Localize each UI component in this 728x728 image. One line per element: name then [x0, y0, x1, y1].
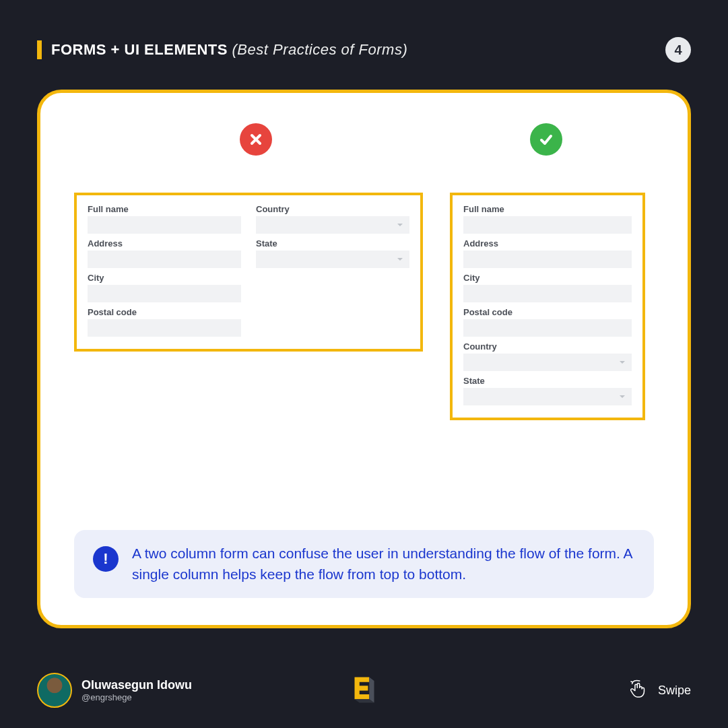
header-left: FORMS + UI ELEMENTS (Best Practices of F… — [37, 40, 407, 59]
avatar — [37, 673, 72, 708]
note-text: A two column form can confuse the user i… — [132, 543, 635, 585]
select-input[interactable] — [463, 388, 632, 405]
svg-marker-1 — [369, 677, 374, 703]
swipe-label: Swipe — [658, 684, 691, 698]
field-label: Full name — [88, 205, 241, 215]
status-row — [74, 123, 654, 156]
text-input[interactable] — [463, 251, 632, 268]
field-group: State — [463, 376, 632, 405]
form-good: Full nameAddressCityPostal codeCountrySt… — [450, 193, 645, 420]
title-main: FORMS + UI ELEMENTS — [51, 41, 228, 58]
select-input[interactable] — [463, 354, 632, 371]
title-sub: (Best Practices of Forms) — [232, 41, 408, 58]
field-group: City — [88, 273, 241, 302]
text-input[interactable] — [88, 319, 241, 337]
content-card: Full nameAddressCityPostal code CountryS… — [37, 90, 691, 628]
field-label: State — [463, 376, 632, 387]
text-input[interactable] — [463, 319, 632, 337]
info-icon: ! — [93, 546, 119, 572]
field-group: City — [463, 273, 632, 302]
field-label: Address — [463, 239, 632, 249]
header: FORMS + UI ELEMENTS (Best Practices of F… — [0, 0, 728, 63]
info-note: ! A two column form can confuse the user… — [74, 530, 654, 598]
swipe-hint[interactable]: Swipe — [627, 677, 691, 704]
field-group: Country — [256, 205, 409, 234]
text-input[interactable] — [88, 285, 241, 302]
field-label: Country — [256, 205, 409, 215]
logo-icon — [345, 667, 384, 709]
accent-bar — [37, 40, 42, 59]
field-group: Postal code — [463, 308, 632, 337]
field-group: Country — [463, 342, 632, 371]
field-label: State — [256, 239, 409, 249]
field-label: Address — [88, 239, 241, 249]
field-group: Address — [88, 239, 241, 268]
page-number: 4 — [674, 42, 682, 58]
field-group: Postal code — [88, 308, 241, 337]
text-input[interactable] — [463, 216, 632, 234]
field-label: Country — [463, 342, 632, 352]
forms-row: Full nameAddressCityPostal code CountryS… — [74, 193, 654, 420]
select-input[interactable] — [256, 216, 409, 234]
field-label: Full name — [463, 205, 632, 215]
form-bad: Full nameAddressCityPostal code CountryS… — [74, 193, 423, 352]
field-group: Full name — [463, 205, 632, 234]
field-group: State — [256, 239, 409, 268]
field-group: Address — [463, 239, 632, 268]
field-label: Postal code — [88, 308, 241, 318]
field-label: City — [463, 273, 632, 284]
select-input[interactable] — [256, 251, 409, 268]
text-input[interactable] — [88, 251, 241, 268]
author-name: Oluwasegun Idowu — [81, 678, 192, 692]
svg-marker-0 — [354, 677, 369, 700]
author-handle: @engrshege — [81, 692, 192, 702]
footer: Oluwasegun Idowu @engrshege Swipe — [0, 673, 728, 708]
x-icon — [240, 123, 272, 156]
text-input[interactable] — [88, 216, 241, 234]
page-title: FORMS + UI ELEMENTS (Best Practices of F… — [51, 41, 407, 59]
author: Oluwasegun Idowu @engrshege — [37, 673, 192, 708]
field-label: City — [88, 273, 241, 284]
field-group: Full name — [88, 205, 241, 234]
check-icon — [530, 123, 562, 156]
swipe-hand-icon — [627, 677, 650, 704]
text-input[interactable] — [463, 285, 632, 302]
page-number-badge: 4 — [665, 37, 691, 63]
field-label: Postal code — [463, 308, 632, 318]
